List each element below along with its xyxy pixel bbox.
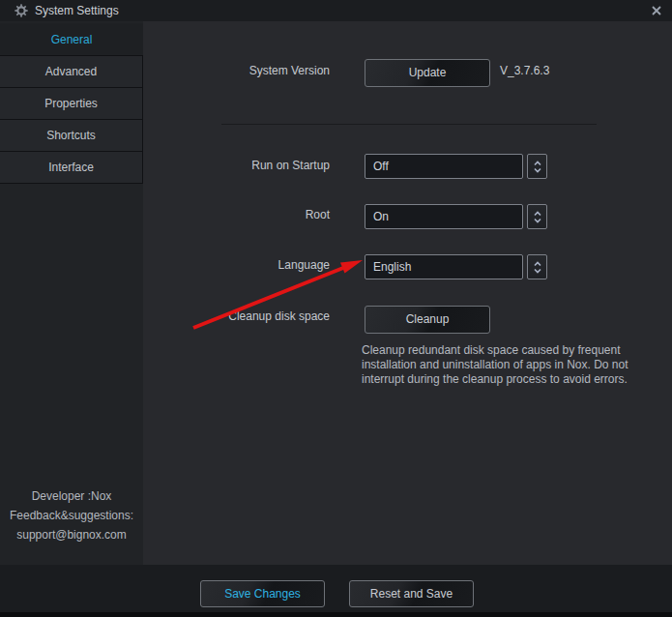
run-on-startup-spinner[interactable]: [527, 154, 547, 179]
footer-bar: Save Changes Reset and Save: [0, 565, 672, 617]
root-select[interactable]: On: [365, 204, 523, 229]
root-label: Root: [143, 208, 330, 221]
sidebar-item-interface[interactable]: Interface: [0, 151, 143, 184]
chevron-up-down-icon: [533, 160, 542, 174]
support-email: support@bignox.com: [0, 525, 143, 544]
run-on-startup-label: Run on Startup: [143, 159, 330, 172]
cleanup-label: Cleanup disk space: [143, 309, 330, 323]
cleanup-button[interactable]: Cleanup: [365, 306, 490, 334]
window-title: System Settings: [35, 4, 119, 17]
system-settings-window: System Settings General Advanced Propert…: [0, 0, 672, 617]
settings-panel: System Version Update V_3.7.6.3 Run on S…: [143, 21, 672, 565]
chevron-up-down-icon: [533, 260, 542, 275]
language-select[interactable]: English: [365, 254, 523, 279]
sidebar-item-properties[interactable]: Properties: [0, 87, 143, 120]
reset-and-save-button[interactable]: Reset and Save: [349, 580, 474, 607]
language-spinner[interactable]: [527, 254, 547, 279]
cleanup-description: Cleanup redundant disk space caused by f…: [362, 343, 672, 387]
sidebar-item-advanced[interactable]: Advanced: [0, 55, 143, 88]
version-text: V_3.7.6.3: [500, 64, 549, 77]
save-changes-button[interactable]: Save Changes: [200, 580, 325, 607]
update-button[interactable]: Update: [365, 59, 490, 87]
system-version-label: System Version: [143, 64, 330, 77]
gear-icon: [15, 4, 28, 17]
title-bar: System Settings: [0, 0, 672, 21]
feedback-line: Feedback&suggestions:: [0, 506, 143, 525]
language-label: Language: [143, 258, 330, 272]
sidebar-item-general[interactable]: General: [0, 23, 143, 56]
root-spinner[interactable]: [527, 204, 547, 229]
sidebar-tabs: General Advanced Properties Shortcuts In…: [0, 23, 143, 184]
run-on-startup-select[interactable]: Off: [365, 154, 523, 179]
chevron-up-down-icon: [533, 210, 542, 224]
sidebar: General Advanced Properties Shortcuts In…: [0, 21, 143, 565]
close-button[interactable]: [646, 2, 667, 19]
sidebar-item-shortcuts[interactable]: Shortcuts: [0, 119, 143, 152]
section-divider: [221, 124, 597, 125]
developer-line: Developer :Nox: [0, 486, 143, 506]
close-icon: [652, 6, 661, 15]
developer-info: Developer :Nox Feedback&suggestions: sup…: [0, 486, 143, 544]
